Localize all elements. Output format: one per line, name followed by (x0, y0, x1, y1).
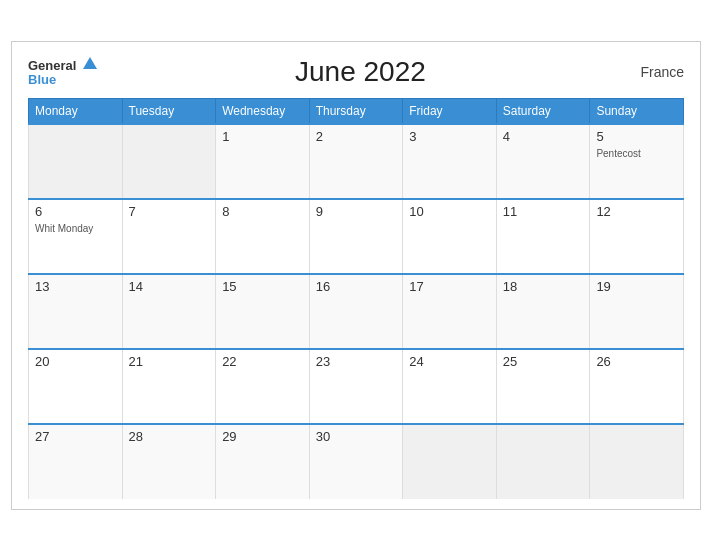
day-number: 13 (35, 279, 116, 294)
day-number: 17 (409, 279, 490, 294)
calendar-cell: 20 (29, 349, 123, 424)
calendar-cell: 22 (216, 349, 310, 424)
day-number: 10 (409, 204, 490, 219)
day-number: 24 (409, 354, 490, 369)
logo-general-text: General (28, 58, 76, 73)
day-number: 29 (222, 429, 303, 444)
calendar-cell: 16 (309, 274, 403, 349)
calendar-cell: 17 (403, 274, 497, 349)
weekday-header-monday: Monday (29, 98, 123, 124)
day-number: 18 (503, 279, 584, 294)
day-number: 1 (222, 129, 303, 144)
calendar-cell (122, 124, 216, 199)
day-number: 4 (503, 129, 584, 144)
day-event: Whit Monday (35, 223, 93, 234)
logo-general: General (28, 56, 97, 74)
day-number: 30 (316, 429, 397, 444)
calendar-cell: 15 (216, 274, 310, 349)
weekday-header-row: MondayTuesdayWednesdayThursdayFridaySatu… (29, 98, 684, 124)
day-number: 2 (316, 129, 397, 144)
calendar-cell: 23 (309, 349, 403, 424)
calendar-cell: 30 (309, 424, 403, 499)
calendar-cell: 4 (496, 124, 590, 199)
calendar-cell: 2 (309, 124, 403, 199)
day-number: 6 (35, 204, 116, 219)
calendar-cell: 7 (122, 199, 216, 274)
day-number: 14 (129, 279, 210, 294)
week-row-1: 12345Pentecost (29, 124, 684, 199)
day-number: 27 (35, 429, 116, 444)
day-number: 28 (129, 429, 210, 444)
calendar-cell: 12 (590, 199, 684, 274)
day-number: 11 (503, 204, 584, 219)
calendar-cell (29, 124, 123, 199)
day-number: 3 (409, 129, 490, 144)
weekday-header-friday: Friday (403, 98, 497, 124)
calendar-cell (590, 424, 684, 499)
calendar-cell: 29 (216, 424, 310, 499)
calendar-cell (496, 424, 590, 499)
calendar-cell: 21 (122, 349, 216, 424)
calendar-cell: 5Pentecost (590, 124, 684, 199)
calendar-cell: 1 (216, 124, 310, 199)
calendar-country: France (624, 64, 684, 80)
logo-triangle-icon (83, 57, 97, 69)
calendar-cell: 10 (403, 199, 497, 274)
calendar-cell: 6Whit Monday (29, 199, 123, 274)
calendar-cell: 9 (309, 199, 403, 274)
day-number: 12 (596, 204, 677, 219)
calendar-cell: 27 (29, 424, 123, 499)
week-row-3: 13141516171819 (29, 274, 684, 349)
weekday-header-sunday: Sunday (590, 98, 684, 124)
weekday-header-tuesday: Tuesday (122, 98, 216, 124)
day-number: 8 (222, 204, 303, 219)
week-row-4: 20212223242526 (29, 349, 684, 424)
calendar-header: General Blue June 2022 France (28, 56, 684, 88)
weekday-header-wednesday: Wednesday (216, 98, 310, 124)
calendar-cell (403, 424, 497, 499)
day-number: 15 (222, 279, 303, 294)
day-number: 22 (222, 354, 303, 369)
calendar-cell: 3 (403, 124, 497, 199)
calendar-title: June 2022 (97, 56, 624, 88)
day-number: 9 (316, 204, 397, 219)
calendar-cell: 14 (122, 274, 216, 349)
week-row-2: 6Whit Monday789101112 (29, 199, 684, 274)
day-number: 25 (503, 354, 584, 369)
calendar-cell: 26 (590, 349, 684, 424)
calendar-cell: 8 (216, 199, 310, 274)
day-number: 26 (596, 354, 677, 369)
calendar-container: General Blue June 2022 France MondayTues… (11, 41, 701, 510)
day-number: 20 (35, 354, 116, 369)
logo-blue-text: Blue (28, 73, 97, 87)
week-row-5: 27282930 (29, 424, 684, 499)
day-number: 7 (129, 204, 210, 219)
calendar-cell: 13 (29, 274, 123, 349)
calendar-cell: 18 (496, 274, 590, 349)
calendar-grid: MondayTuesdayWednesdayThursdayFridaySatu… (28, 98, 684, 499)
logo: General Blue (28, 56, 97, 88)
day-number: 21 (129, 354, 210, 369)
weekday-header-thursday: Thursday (309, 98, 403, 124)
day-number: 19 (596, 279, 677, 294)
calendar-cell: 24 (403, 349, 497, 424)
calendar-cell: 25 (496, 349, 590, 424)
calendar-cell: 28 (122, 424, 216, 499)
day-number: 5 (596, 129, 677, 144)
calendar-cell: 19 (590, 274, 684, 349)
calendar-cell: 11 (496, 199, 590, 274)
day-number: 23 (316, 354, 397, 369)
day-number: 16 (316, 279, 397, 294)
day-event: Pentecost (596, 148, 640, 159)
weekday-header-saturday: Saturday (496, 98, 590, 124)
